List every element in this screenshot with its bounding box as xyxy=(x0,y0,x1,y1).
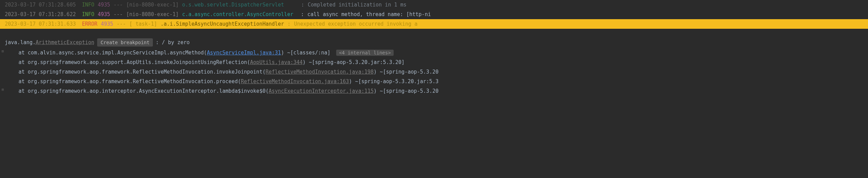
paren-close: ) xyxy=(374,88,377,94)
log-thread: [nio-8080-exec-1] xyxy=(126,10,179,18)
source-link[interactable]: ReflectiveMethodInvocation.java:163 xyxy=(241,78,349,85)
log-dashes: --- xyxy=(117,20,126,28)
stack-method: org.springframework.aop.framework.Reflec… xyxy=(28,78,238,85)
stack-trace-line: at org.springframework.aop.support.AopUt… xyxy=(0,58,868,67)
expand-icon[interactable]: ⊞ xyxy=(1,88,5,92)
paren-open: ( xyxy=(238,78,241,85)
stack-method: com.alvin.async.service.impl.AsyncServic… xyxy=(28,50,204,56)
source-link[interactable]: AsyncExecutionInterceptor.java:115 xyxy=(269,88,374,94)
log-message: call async method, thread name: [http-ni xyxy=(307,10,431,18)
log-pid: 4935 xyxy=(98,10,110,18)
stack-method: org.springframework.aop.framework.Reflec… xyxy=(28,69,262,75)
blank-line xyxy=(0,29,868,37)
stack-trace-line: at org.springframework.aop.framework.Ref… xyxy=(0,77,868,86)
at-keyword: at xyxy=(18,88,28,94)
log-logger: o.s.web.servlet.DispatcherServlet xyxy=(182,1,284,9)
paren-open: ( xyxy=(204,50,207,56)
log-message: Completed initialization in 1 ms xyxy=(308,1,407,9)
jar-info: ~[classes/:na] xyxy=(284,50,330,56)
internal-lines-badge[interactable]: <4 internal lines> xyxy=(336,50,394,56)
at-keyword: at xyxy=(18,69,28,75)
stack-trace-line: ⊞ at com.alvin.async.service.impl.AsyncS… xyxy=(0,48,868,58)
log-timestamp: 2023-03-17 07:31:28.622 xyxy=(5,10,76,18)
log-colon: : xyxy=(301,1,304,9)
jar-info: ~[spring-aop-5.3.20.jar:5.3 xyxy=(352,78,438,85)
jar-info: ~[spring-aop-5.3.20 xyxy=(377,69,439,75)
log-timestamp: 2023-03-17 07:31:31.633 xyxy=(5,20,76,28)
at-keyword: at xyxy=(18,78,28,85)
log-message: Unexpected exception occurred invoking a xyxy=(294,20,418,28)
log-dashes: --- xyxy=(114,10,123,18)
paren-open: ( xyxy=(247,59,250,65)
log-level-error: ERROR xyxy=(82,20,97,28)
log-colon: : xyxy=(301,10,304,18)
log-thread: [ task-1] xyxy=(129,20,157,28)
log-colon: : xyxy=(288,20,291,28)
exception-header: java.lang.ArithmeticException Create bre… xyxy=(0,37,868,48)
log-pid: 4935 xyxy=(98,1,110,9)
jar-info: ~[spring-aop-5.3.20 xyxy=(377,88,439,94)
log-line-error-highlighted[interactable]: 2023-03-17 07:31:31.633 ERROR 4935 --- [… xyxy=(0,19,868,29)
source-link[interactable]: ReflectiveMethodInvocation.java:198 xyxy=(265,69,373,75)
at-keyword: at xyxy=(18,50,28,56)
expand-icon[interactable]: ⊞ xyxy=(1,49,5,53)
source-link[interactable]: AopUtils.java:344 xyxy=(250,59,303,65)
log-line: 2023-03-17 07:31:28.622 INFO 4935 --- [n… xyxy=(0,10,868,19)
exception-message: : / by zero xyxy=(156,38,189,47)
exception-class-name[interactable]: ArithmeticException xyxy=(36,38,94,47)
stack-method: org.springframework.aop.interceptor.Asyn… xyxy=(28,88,265,94)
paren-close: ) xyxy=(303,59,306,65)
create-breakpoint-button[interactable]: Create breakpoint xyxy=(97,38,153,47)
log-level-info: INFO xyxy=(82,10,94,18)
log-dashes: --- xyxy=(114,1,123,9)
log-thread: [nio-8080-exec-1] xyxy=(126,1,179,9)
exception-class-prefix: java.lang. xyxy=(5,38,36,47)
jar-info: ~[spring-aop-5.3.20.jar:5.3.20] xyxy=(306,59,405,65)
at-keyword: at xyxy=(18,59,28,65)
log-pid: 4935 xyxy=(101,20,113,28)
paren-open: ( xyxy=(265,88,268,94)
source-link[interactable]: AsyncServiceImpl.java:31 xyxy=(207,50,281,56)
paren-close: ) xyxy=(281,50,284,56)
stack-trace-line: at org.springframework.aop.framework.Ref… xyxy=(0,67,868,77)
log-logger: c.a.async.controller.AsyncController xyxy=(182,10,293,18)
stack-method: org.springframework.aop.support.AopUtils… xyxy=(28,59,247,65)
log-level-info: INFO xyxy=(82,1,94,9)
paren-close: ) xyxy=(374,69,377,75)
log-line: 2023-03-17 07:31:28.605 INFO 4935 --- [n… xyxy=(0,0,868,10)
log-logger: .a.i.SimpleAsyncUncaughtExceptionHandler xyxy=(160,20,284,28)
paren-close: ) xyxy=(349,78,352,85)
stack-trace-line: ⊞ at org.springframework.aop.interceptor… xyxy=(0,86,868,96)
log-timestamp: 2023-03-17 07:31:28.605 xyxy=(5,1,76,9)
